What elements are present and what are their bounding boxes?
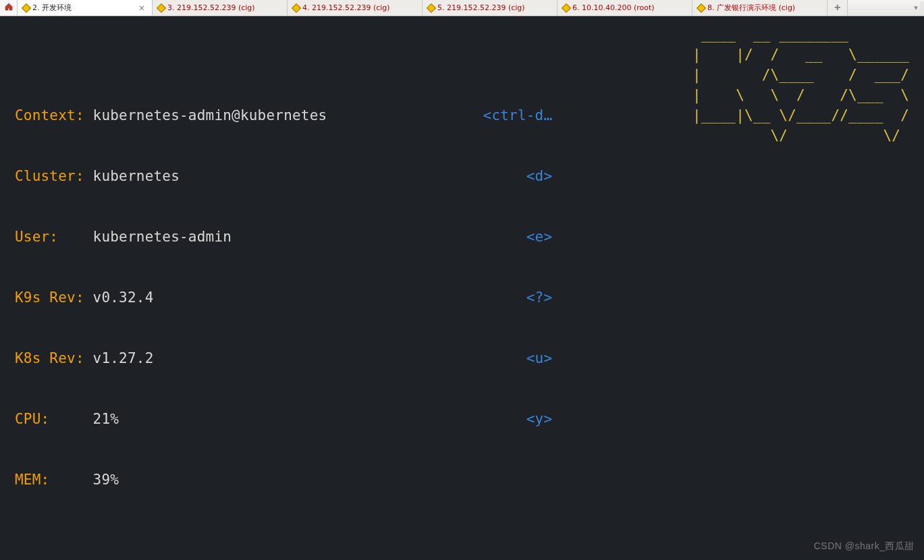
info-label: MEM: xyxy=(15,472,49,488)
close-icon[interactable]: × xyxy=(137,3,146,13)
shortcut-key: <y> xyxy=(526,411,553,427)
terminal-tab-icon xyxy=(292,3,301,12)
info-value: 39% xyxy=(93,472,119,488)
right-gutter xyxy=(920,1,924,15)
info-label: Cluster: xyxy=(15,168,84,184)
tab[interactable]: 8. 广发银行演示环境 (cig) xyxy=(692,0,827,16)
info-value: v1.27.2 xyxy=(93,350,154,366)
tab[interactable]: 2. 开发环境× xyxy=(18,0,153,16)
k9s-ascii-logo: ____ __ ________ | |/ / __ \______ | /\_… xyxy=(692,24,909,146)
shortcut-key: <ctrl-d… xyxy=(483,107,553,123)
info-label: K8s Rev: xyxy=(15,350,84,366)
info-value: kubernetes xyxy=(93,168,180,184)
tab[interactable]: 4. 219.152.52.239 (cig) xyxy=(288,0,423,16)
tab-label: 8. 广发银行演示环境 (cig) xyxy=(707,3,795,13)
terminal-tab-icon xyxy=(157,3,166,12)
info-value: kubernetes-admin xyxy=(93,229,232,245)
tab-label: 5. 219.152.52.239 (cig) xyxy=(437,3,525,12)
tab-bar: 2. 开发环境×3. 219.152.52.239 (cig)4. 219.15… xyxy=(0,0,924,16)
tab-label: 3. 219.152.52.239 (cig) xyxy=(167,3,255,12)
info-value: 21% xyxy=(93,411,119,427)
new-tab-button[interactable]: ✚ xyxy=(827,0,848,16)
shortcut-key: <e> xyxy=(526,229,553,245)
namespaces-box: Namespaces(all)[22] NAME↑ STATUS AGE all… xyxy=(0,555,924,560)
watermark: CSDN @shark_西瓜甜 xyxy=(814,536,915,556)
plus-icon: ✚ xyxy=(834,3,840,12)
tab[interactable]: 3. 219.152.52.239 (cig) xyxy=(153,0,288,16)
terminal-tab-icon xyxy=(427,3,436,12)
terminal-tab-icon xyxy=(22,3,31,12)
tab[interactable]: 5. 219.152.52.239 (cig) xyxy=(423,0,558,16)
shortcut-key: <?> xyxy=(526,289,553,306)
shortcut-key: <u> xyxy=(526,350,553,366)
shortcut-key: <d> xyxy=(526,168,553,184)
info-label: CPU: xyxy=(15,411,49,427)
terminal-view[interactable]: ____ __ ________ | |/ / __ \______ | /\_… xyxy=(0,16,924,560)
info-value: v0.32.4 xyxy=(93,289,154,306)
tab-label: 4. 219.152.52.239 (cig) xyxy=(302,3,390,12)
tab-label: 2. 开发环境 xyxy=(32,3,72,13)
home-icon xyxy=(4,2,13,13)
info-value: kubernetes-admin@kubernetes xyxy=(93,107,327,123)
terminal-tab-icon xyxy=(562,3,571,12)
info-label: Context: xyxy=(15,107,84,123)
info-label: K9s Rev: xyxy=(15,289,84,306)
terminal-tab-icon xyxy=(697,3,706,12)
tab-label: 6. 10.10.40.200 (root) xyxy=(572,3,655,12)
home-tab[interactable] xyxy=(0,0,18,16)
tab[interactable]: 6. 10.10.40.200 (root) xyxy=(558,0,692,16)
info-label: User: xyxy=(15,229,58,245)
